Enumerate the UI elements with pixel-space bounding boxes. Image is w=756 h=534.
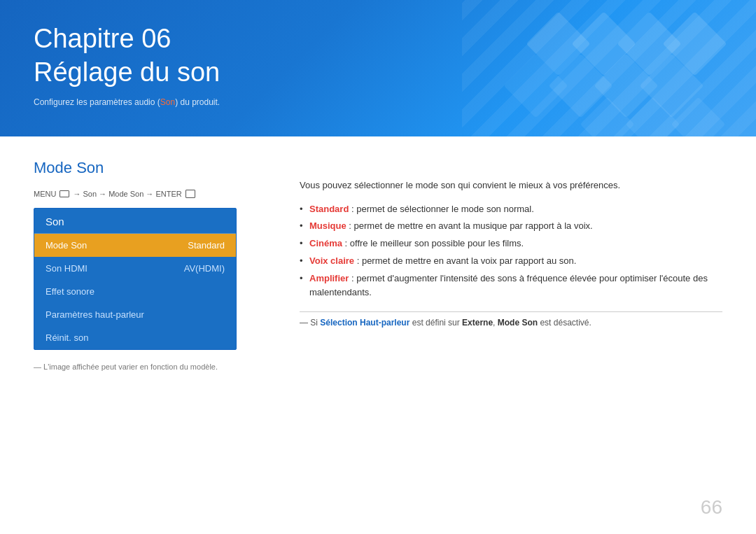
term-amplifier: Amplifier	[309, 273, 349, 283]
right-column: Vous pouvez sélectionner le mode son qui…	[300, 159, 722, 371]
term-voix-claire: Voix claire	[309, 255, 354, 266]
term-standard: Standard	[309, 204, 349, 214]
tv-menu-item-mode-son[interactable]: Mode Son Standard	[34, 234, 236, 257]
menu-icon	[59, 190, 69, 197]
list-item: Musique : permet de mettre en avant la m…	[300, 219, 722, 234]
list-item: Voix claire : permet de mettre en avant …	[300, 254, 722, 269]
item-label: Effet sonore	[46, 286, 94, 297]
term-cinema: Cinéma	[309, 238, 342, 248]
enter-icon	[186, 190, 195, 198]
left-column: Mode Son MENU → Son → Mode Son → ENTER S…	[34, 159, 272, 371]
term-musique: Musique	[309, 220, 346, 231]
list-item: Standard : permet de sélectionner le mod…	[300, 202, 722, 217]
tv-menu-item-effet-sonore[interactable]: Effet sonore	[34, 280, 236, 303]
decorative-diamonds	[469, 14, 735, 126]
right-note: ― Si Sélection Haut-parleur est défini s…	[300, 311, 722, 328]
item-label: Paramètres haut-parleur	[46, 309, 144, 320]
item-value: Standard	[188, 240, 225, 251]
list-item: Amplifier : permet d'augmenter l'intensi…	[300, 272, 722, 301]
tv-menu-panel: Son Mode Son Standard Son HDMI AV(HDMI) …	[34, 208, 237, 350]
intro-text: Vous pouvez sélectionner le mode son qui…	[300, 178, 722, 192]
page-number: 66	[701, 496, 722, 519]
tv-menu-item-parametres[interactable]: Paramètres haut-parleur	[34, 303, 236, 326]
main-content: Mode Son MENU → Son → Mode Son → ENTER S…	[0, 136, 756, 385]
note-term-externe: Externe	[462, 318, 493, 328]
tv-menu-item-son-hdmi[interactable]: Son HDMI AV(HDMI)	[34, 257, 236, 280]
note-term-mode-son: Mode Son	[498, 318, 538, 328]
section-title: Mode Son	[34, 159, 272, 177]
header-banner: Chapitre 06 Réglage du son Configurez le…	[0, 0, 756, 136]
item-label: Réinit. son	[46, 332, 88, 343]
bullet-list: Standard : permet de sélectionner le mod…	[300, 202, 722, 301]
tv-menu-item-reinit[interactable]: Réinit. son	[34, 326, 236, 349]
tv-menu-header: Son	[34, 209, 236, 234]
menu-path: MENU → Son → Mode Son → ENTER	[34, 190, 272, 198]
list-item: Cinéma : offre le meilleur son possible …	[300, 237, 722, 251]
left-note: ― L'image affichée peut varier en foncti…	[34, 363, 272, 371]
item-label: Mode Son	[46, 240, 87, 251]
item-label: Son HDMI	[46, 263, 88, 274]
item-value: AV(HDMI)	[184, 263, 225, 274]
note-term-selection: Sélection Haut-parleur	[320, 318, 410, 328]
